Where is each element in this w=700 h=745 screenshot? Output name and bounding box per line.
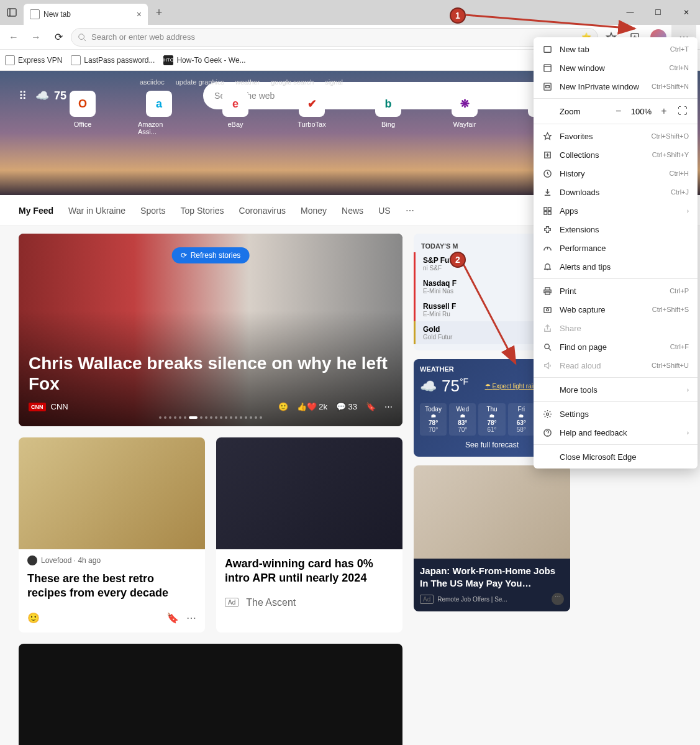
reaction-icon[interactable]: 🙂 [278,402,288,411]
zoom-in-button[interactable]: + [658,106,670,117]
history-icon [542,168,552,178]
address-placeholder: Search or enter web address [91,32,195,42]
titlebar: New tab × + — ☐ ✕ [0,0,700,25]
feed-tab[interactable]: News [342,206,363,216]
quick-link[interactable]: OOffice [61,91,104,135]
feed-tab[interactable]: Money [301,206,327,216]
story-card[interactable]: Lovefood · 4h ago These are the best ret… [19,437,205,633]
apps-icon [542,206,552,216]
page-icon [71,55,81,65]
bookmark-item[interactable]: LastPass password... [71,55,155,65]
svg-rect-9 [543,64,550,71]
print-icon [542,286,552,296]
menu-performance[interactable]: Performance [534,239,698,257]
svg-rect-11 [543,83,550,89]
tab-title: New tab [43,10,71,19]
site-icon: ❋ [452,91,478,117]
help-icon [542,427,552,437]
maximize-button[interactable]: ☐ [644,3,672,22]
download-icon [542,187,552,197]
quick-link[interactable]: ❋Wayfair [443,91,486,135]
more-feed-icon[interactable]: ⋯ [406,206,414,216]
menu-close-edge[interactable]: Close Microsoft Edge [534,447,698,466]
feed-tab[interactable]: Coronavirus [239,206,286,216]
menu-print[interactable]: PrintCtrl+P [534,281,698,300]
ad-sponsor: The Ascent [246,597,296,608]
feed-tab[interactable]: My Feed [19,206,53,216]
tab-actions-button[interactable] [0,0,24,25]
quick-link[interactable]: bBing [367,91,409,135]
sponsored-card[interactable]: Japan: Work-From-Home Jobs In The US May… [414,465,570,611]
more-icon[interactable]: ⋯ [384,402,393,411]
refresh-button[interactable]: ⟳ [48,27,68,47]
feed-tab[interactable]: US [378,206,390,216]
new-tab-button[interactable]: + [150,4,168,21]
forecast-day[interactable]: Thu🌧78°61° [478,403,505,436]
save-icon[interactable]: 🔖 [166,612,179,624]
close-window-button[interactable]: ✕ [672,3,700,22]
menu-collections[interactable]: CollectionsCtrl+Shift+Y [534,145,698,164]
close-tab-icon[interactable]: × [137,9,142,19]
feed-tab[interactable]: Sports [140,206,165,216]
reaction-icon[interactable]: 🙂 [27,612,40,624]
settings-menu: New tabCtrl+T New windowCtrl+N New InPri… [534,37,698,468]
feed-tab[interactable]: War in Ukraine [68,206,125,216]
back-button[interactable]: ← [4,27,24,47]
source-icon [27,555,37,565]
menu-more-tools[interactable]: More tools› [534,380,698,399]
cloud-icon: ☁️ [35,89,49,103]
forecast-day[interactable]: Wed🌧83°70° [449,403,476,436]
hero-story-card[interactable]: ⟳Refresh stories Chris Wallace breaks si… [19,234,402,426]
svg-point-25 [546,308,548,311]
source-badge: CNN [29,403,46,411]
menu-new-window[interactable]: New windowCtrl+N [534,58,698,77]
more-icon[interactable]: ⋯ [552,593,564,605]
bookmark-item[interactable]: HTGHow-To Geek - We... [163,55,245,65]
menu-history[interactable]: HistoryCtrl+H [534,164,698,183]
menu-find[interactable]: Find on pageCtrl+F [534,337,698,356]
menu-inprivate[interactable]: New InPrivate windowCtrl+Shift+N [534,77,698,96]
menu-new-tab[interactable]: New tabCtrl+T [534,40,698,58]
app-launcher-icon[interactable]: ⠿ [19,89,27,103]
svg-rect-18 [548,207,551,210]
ad-badge: Ad [225,598,239,607]
quick-link[interactable]: aAmazon Assi... [138,91,180,135]
tab-icon [542,44,552,54]
fullscreen-icon[interactable]: ⛶ [676,106,689,117]
reactions[interactable]: 👍❤️ 2k [297,402,327,411]
quick-link[interactable]: eeBay [214,91,257,135]
menu-help[interactable]: Help and feedback› [534,423,698,442]
refresh-stories-button[interactable]: ⟳Refresh stories [172,247,250,263]
window-controls: — ☐ ✕ [616,3,700,22]
menu-extensions[interactable]: Extensions [534,220,698,239]
ad-card[interactable]: Award-winning card has 0% intro APR unti… [216,437,402,633]
star-icon [542,131,552,141]
more-icon[interactable]: ⋯ [186,612,196,624]
svg-rect-0 [7,9,16,16]
address-bar[interactable]: Search or enter web address ⭐ [71,28,598,47]
menu-downloads[interactable]: DownloadsCtrl+J [534,183,698,201]
menu-favorites[interactable]: FavoritesCtrl+Shift+O [534,127,698,145]
menu-settings[interactable]: Settings [534,404,698,423]
htg-icon: HTG [163,55,173,65]
forecast-day[interactable]: Today🌧78°70° [420,403,447,436]
menu-apps[interactable]: Apps› [534,201,698,220]
site-icon: b [375,91,401,117]
refresh-icon: ⟳ [181,251,187,260]
quick-link[interactable]: ✔TurboTax [291,91,333,135]
feed-tab[interactable]: Top Stories [181,206,224,216]
share-icon [542,323,552,333]
forecast-day[interactable]: Fri🌧63°58° [508,403,535,436]
save-icon[interactable]: 🔖 [366,402,376,411]
performance-icon [542,243,552,253]
browser-tab[interactable]: New tab × [24,4,148,25]
comments[interactable]: 💬 33 [336,402,357,411]
menu-alerts[interactable]: Alerts and tips [534,257,698,276]
minimize-button[interactable]: — [616,3,644,22]
story-card[interactable] [19,644,402,745]
bookmark-item[interactable]: Express VPN [5,55,62,65]
zoom-out-button[interactable]: − [612,106,625,117]
menu-web-capture[interactable]: Web captureCtrl+Shift+S [534,300,698,319]
carousel-dots[interactable] [29,416,393,419]
ad-headline: Japan: Work-From-Home Jobs In The US May… [420,565,564,589]
